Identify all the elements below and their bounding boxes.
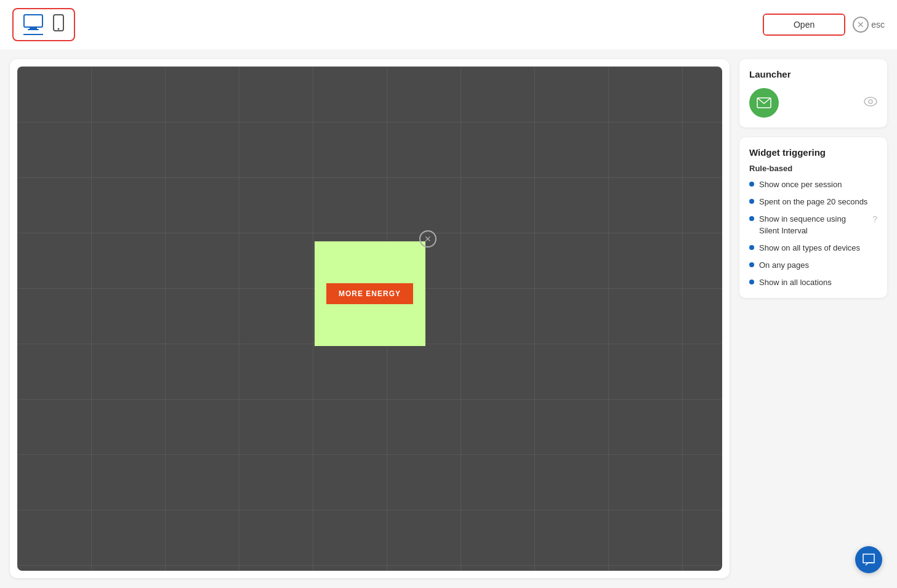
widget-triggering-title: Widget triggering — [749, 147, 877, 158]
device-toggle-box — [12, 8, 75, 41]
svg-point-6 — [864, 97, 877, 106]
list-item: On any pages — [749, 260, 877, 271]
desktop-device-icon[interactable] — [23, 14, 43, 35]
rule-text: On any pages — [759, 260, 809, 271]
svg-point-7 — [869, 100, 872, 103]
visibility-icon[interactable] — [864, 97, 877, 110]
svg-rect-2 — [28, 29, 39, 30]
launcher-email-icon — [749, 88, 779, 118]
rule-dot — [749, 182, 754, 187]
list-item: Show in all locations — [749, 277, 877, 288]
triggering-card: Widget triggering Rule-based Show once p… — [739, 137, 887, 298]
main-area: ✕ MORE ENERGY Launcher — [0, 49, 897, 588]
svg-rect-0 — [24, 15, 42, 27]
open-button[interactable]: Open — [764, 15, 844, 34]
rule-text: Show in sequence using Silent Interval — [759, 214, 865, 236]
popup-widget: ✕ MORE ENERGY — [315, 241, 425, 346]
svg-rect-1 — [30, 27, 37, 29]
rule-text: Show on all types of devices — [759, 243, 860, 254]
list-item: Show once per session — [749, 179, 877, 190]
popup-close-button[interactable]: ✕ — [419, 230, 436, 248]
rule-list: Show once per session Spent on the page … — [749, 179, 877, 288]
right-panel: Launcher Widget triggering — [739, 59, 887, 578]
preview-inner: ✕ MORE ENERGY — [17, 66, 722, 571]
esc-label: esc — [871, 20, 885, 30]
svg-point-4 — [58, 28, 60, 30]
open-button-box: Open — [763, 14, 845, 36]
rule-dot — [749, 262, 754, 267]
help-icon[interactable]: ? — [872, 214, 877, 226]
list-item: Spent on the page 20 seconds — [749, 196, 877, 207]
popup-content: MORE ENERGY — [315, 241, 425, 346]
toolbar-right: Open ✕ esc — [763, 14, 885, 36]
mobile-device-icon[interactable] — [53, 14, 64, 35]
chat-bubble-button[interactable] — [855, 546, 882, 573]
rule-dot — [749, 199, 754, 204]
rule-dot — [749, 245, 754, 250]
rule-text: Show in all locations — [759, 277, 832, 288]
launcher-icon-row — [749, 88, 877, 118]
popup-cta-button[interactable]: MORE ENERGY — [326, 283, 413, 304]
rule-dot — [749, 216, 754, 221]
rule-dot — [749, 280, 754, 284]
close-icon: ✕ — [853, 17, 869, 33]
list-item: Show in sequence using Silent Interval ? — [749, 214, 877, 236]
preview-container: ✕ MORE ENERGY — [10, 59, 730, 578]
list-item: Show on all types of devices — [749, 243, 877, 254]
launcher-card: Launcher — [739, 59, 887, 127]
rule-based-label: Rule-based — [749, 164, 877, 173]
rule-text: Spent on the page 20 seconds — [759, 196, 867, 207]
toolbar: Open ✕ esc — [0, 0, 897, 49]
launcher-title: Launcher — [749, 69, 877, 79]
esc-button[interactable]: ✕ esc — [853, 17, 885, 33]
rule-text: Show once per session — [759, 179, 842, 190]
